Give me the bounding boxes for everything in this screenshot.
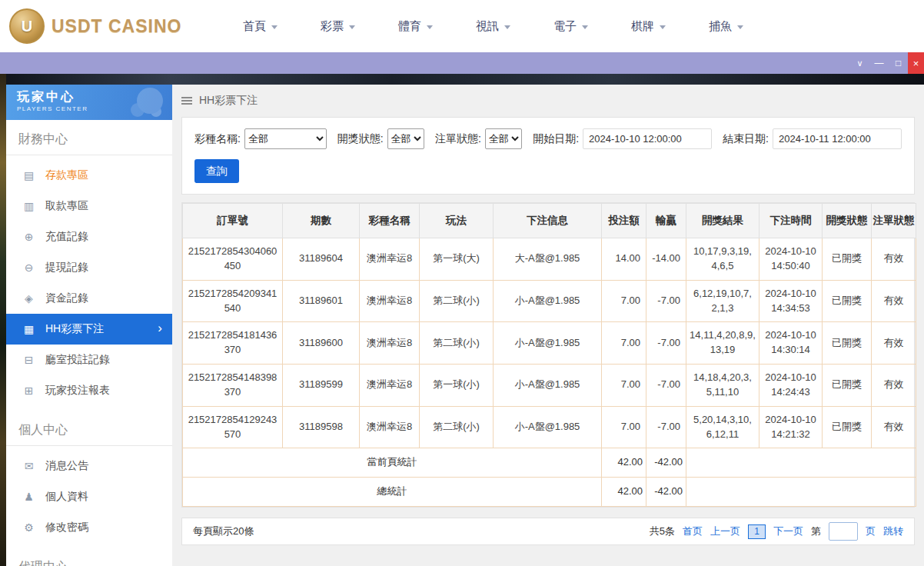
nav-item-label: 彩票 <box>321 19 344 34</box>
summary-row: 總統計42.00-42.00 <box>183 478 916 507</box>
sidebar-divider <box>6 155 172 155</box>
sidebar-item-label: HH彩票下注 <box>45 322 104 336</box>
column-header: 開獎結果 <box>686 204 759 238</box>
sidebar-item[interactable]: ⚙修改密碼 <box>6 512 172 543</box>
column-header: 下注信息 <box>494 204 602 238</box>
sidebar-item[interactable]: ▦HH彩票下注 <box>6 314 172 345</box>
nav-item[interactable]: 體育 <box>377 0 454 52</box>
sidebar-item-label: 存款專區 <box>45 168 88 182</box>
column-header: 下注時間 <box>759 204 823 238</box>
minimize-button[interactable]: — <box>869 52 889 74</box>
table-cell: 有效 <box>872 365 916 407</box>
table-cell: 14,18,4,20,3,5,11,10 <box>686 365 759 407</box>
table-cell: 31189601 <box>283 280 360 322</box>
sidebar-item[interactable]: ⊞玩家投注報表 <box>6 375 172 406</box>
sidebar-item-label: 取款專區 <box>45 199 88 213</box>
table-cell: 7.00 <box>602 322 646 365</box>
nav-item[interactable]: 彩票 <box>299 0 377 52</box>
sidebar-item[interactable]: ⊖提現記錄 <box>6 252 172 283</box>
nav-item-label: 體育 <box>398 19 421 34</box>
nav-item-label: 棋牌 <box>631 19 654 34</box>
summary-label: 當前頁統計 <box>183 448 602 478</box>
summary-win-loss-total: -42.00 <box>646 478 686 507</box>
sidebar-item[interactable]: ▥取款專區 <box>6 191 172 221</box>
jump-button[interactable]: 跳转 <box>883 524 903 538</box>
chevron-down-icon <box>349 25 355 29</box>
chevron-down-icon <box>427 25 433 29</box>
logo[interactable]: U USDT CASINO <box>9 8 200 44</box>
deposit-icon: ▤ <box>22 169 35 181</box>
table-cell: 2024-10-10 14:21:32 <box>759 406 823 448</box>
sidebar-item[interactable]: ✉消息公告 <box>6 451 172 481</box>
nav-item[interactable]: 視訊 <box>454 0 532 52</box>
table-cell: 有效 <box>872 238 916 281</box>
nav-item[interactable]: 電子 <box>532 0 610 52</box>
nav-item[interactable]: 首頁 <box>221 0 299 52</box>
end-date-input[interactable] <box>773 128 902 149</box>
sidebar-item-label: 修改密碼 <box>45 521 88 534</box>
sidebar-list: ▤存款專區▥取款專區⊕充值記錄⊖提現記錄◈資金記錄▦HH彩票下注⊟廳室投註記錄⊞… <box>6 160 172 406</box>
table-cell: 第一球(小) <box>420 365 494 407</box>
password-icon: ⚙ <box>22 521 35 534</box>
nav-item[interactable]: 棋牌 <box>610 0 687 52</box>
table-cell: 第一球(大) <box>420 238 494 281</box>
summary-row: 當前頁統計42.00-42.00 <box>183 448 916 478</box>
breadcrumb: HH彩票下注 <box>181 85 915 117</box>
sidebar-section-title: 個人中心 <box>6 411 172 445</box>
sidebar-item-label: 資金記錄 <box>45 291 88 305</box>
column-header: 訂單號 <box>183 204 283 238</box>
table-cell: 第二球(小) <box>420 322 494 365</box>
nav-item-label: 首頁 <box>243 19 266 34</box>
table-cell: 14,11,4,20,8,9,13,19 <box>686 322 759 365</box>
message-icon: ✉ <box>22 460 35 472</box>
lottery-filter-label: 彩種名稱: <box>194 132 241 146</box>
sidebar-item[interactable]: ⊟廳室投註記錄 <box>6 345 172 375</box>
table-row: 215217285430406045031189604澳洲幸运8第一球(大)大-… <box>183 238 916 281</box>
table-row: 215217285414839837031189599澳洲幸运8第一球(小)小-… <box>183 365 916 407</box>
start-date-input[interactable] <box>583 128 712 149</box>
lottery-select[interactable]: 全部 <box>244 128 327 149</box>
search-button[interactable]: 查詢 <box>194 159 239 183</box>
column-header: 期數 <box>283 204 360 238</box>
end-date-label: 結束日期: <box>723 132 769 146</box>
footer-bar: 每頁顯示20條 共5条 首页 上一页 1 下一页 第 页 跳转 <box>181 518 915 545</box>
filter-panel: 彩種名稱: 全部 開獎狀態: 全部 注單狀態: 全部 開始日期: 結束日期: 查… <box>181 117 915 195</box>
background-strip <box>0 74 6 566</box>
summary-win-loss-total: -42.00 <box>646 448 686 478</box>
background-band <box>6 74 924 85</box>
sidebar-item[interactable]: ◈資金記錄 <box>6 283 172 314</box>
sidebar-item-label: 個人資料 <box>45 490 88 504</box>
withdraw-icon: ▥ <box>22 200 35 212</box>
nav-item-label: 視訊 <box>476 19 499 34</box>
jump-prefix-label: 第 <box>811 524 821 538</box>
prev-page-link[interactable]: 上一页 <box>710 524 740 538</box>
chevron-down-icon <box>504 25 510 29</box>
sidebar: 玩家中心 PLAYERS CENTER 財務中心▤存款專區▥取款專區⊕充值記錄⊖… <box>6 85 172 566</box>
funds-record-icon: ◈ <box>22 292 35 305</box>
chevron-down-icon[interactable]: ∨ <box>850 52 869 74</box>
table-cell: 小-A盤@1.985 <box>494 365 602 407</box>
first-page-link[interactable]: 首页 <box>683 524 703 538</box>
nav-item[interactable]: 捕魚 <box>687 0 765 52</box>
table-panel: 訂單號期數彩種名稱玩法下注信息投注額輸贏開獎結果下注時間開獎狀態注單狀態 215… <box>181 202 915 508</box>
page-number-input[interactable] <box>829 522 858 541</box>
order-status-filter-label: 注單狀態: <box>435 132 481 146</box>
total-count: 共5条 <box>650 524 675 538</box>
next-page-link[interactable]: 下一页 <box>773 524 803 538</box>
player-bet-report-icon: ⊞ <box>22 385 35 397</box>
order-status-select[interactable]: 全部 <box>485 128 522 149</box>
sidebar-item-label: 提現記錄 <box>45 261 88 275</box>
table-cell: 2152172854148398370 <box>183 365 283 407</box>
sidebar-item-label: 玩家投注報表 <box>45 384 110 398</box>
close-button[interactable]: × <box>908 52 924 74</box>
sidebar-item[interactable]: ♟個人資料 <box>6 481 172 512</box>
summary-bet-total: 42.00 <box>602 478 646 507</box>
maximize-button[interactable]: □ <box>889 52 908 74</box>
current-page[interactable]: 1 <box>748 524 766 539</box>
sidebar-item[interactable]: ⊕充值記錄 <box>6 221 172 252</box>
page-title: HH彩票下注 <box>199 94 258 108</box>
draw-status-select[interactable]: 全部 <box>387 128 424 149</box>
table-cell: 7.00 <box>602 365 646 407</box>
chevron-down-icon <box>271 25 278 29</box>
sidebar-item[interactable]: ▤存款專區 <box>6 160 172 191</box>
